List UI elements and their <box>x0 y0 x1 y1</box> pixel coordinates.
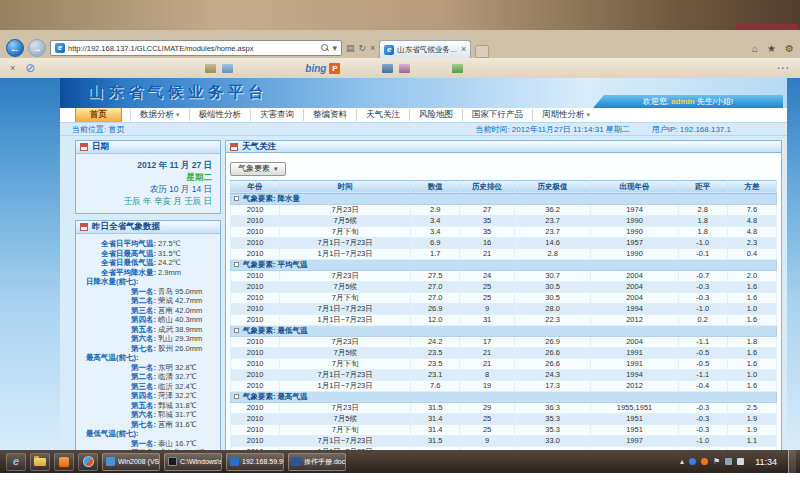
favorites-star-icon[interactable]: ★ <box>767 43 776 54</box>
page-header: 山东省气候业务平台 欢迎您, admin 先生/小姐! <box>60 78 787 108</box>
table-cell: 30.5 <box>514 292 590 303</box>
table-row[interactable]: 20107月1日~7月23日26.9928.01994-1.01.0 <box>231 303 777 314</box>
rocket-plugin-icon[interactable] <box>399 64 410 73</box>
collapse-checkbox[interactable] <box>234 394 239 399</box>
table-row[interactable]: 20107月5候27.02530.52004-0.31.6 <box>231 281 777 292</box>
new-tab-button[interactable] <box>475 45 489 58</box>
back-button[interactable]: ← <box>6 39 24 57</box>
nav-item[interactable]: 天气关注 <box>356 109 409 121</box>
table-cell: 1994 <box>591 369 678 380</box>
table-cell: 1951 <box>591 413 678 424</box>
table-group-row[interactable]: 气象要素: 最低气温 <box>231 325 777 336</box>
nav-item[interactable]: 风险地图 <box>409 109 462 121</box>
tray-orange-icon[interactable] <box>701 458 708 465</box>
collapse-checkbox[interactable] <box>234 196 239 201</box>
nav-item[interactable]: 整编资料 <box>303 109 356 121</box>
nav-item[interactable]: 灾害查询 <box>250 109 303 121</box>
table-row[interactable]: 20107月下旬3.43523.719901.84.8 <box>231 226 777 237</box>
address-input[interactable] <box>68 44 318 53</box>
weather-rank-line: 第四名:崂山 40.3mm <box>78 315 216 325</box>
toolbar-close-icon[interactable]: × <box>10 64 15 73</box>
table-cell: 33.0 <box>514 435 590 446</box>
table-row[interactable]: 20107月1日~7月23日6.91614.61957-1.02.3 <box>231 237 777 248</box>
table-row[interactable]: 20107月1日~7月23日31.5933.01997-1.01.1 <box>231 435 777 446</box>
bing-logo[interactable]: bing P <box>305 63 340 74</box>
table-row[interactable]: 20107月下旬31.42535.31951-0.31.9 <box>231 424 777 435</box>
taskbar-media-button[interactable] <box>78 453 98 471</box>
element-selector-button[interactable]: 气象要素 ▾ <box>230 162 286 176</box>
address-bar[interactable]: e ▾ <box>50 40 342 56</box>
chevron-down-icon[interactable]: ▾ <box>332 44 337 53</box>
table-cell: 7月23日 <box>280 270 411 281</box>
table-row[interactable]: 20107月5候31.42535.31951-0.31.9 <box>231 413 777 424</box>
table-row[interactable]: 20101月1日~7月23日12.03122.320120.21.6 <box>231 314 777 325</box>
mail-plugin-icon[interactable] <box>222 64 233 73</box>
table-cell: 23.7 <box>514 215 590 226</box>
taskbar-explorer-button[interactable] <box>30 453 50 471</box>
nav-item[interactable]: 数据分析▾ <box>130 109 189 121</box>
weather-line-label: 全省日最高气温: <box>78 249 156 259</box>
ie-favicon: e <box>55 43 65 53</box>
tools-gear-icon[interactable]: ⚙ <box>785 43 794 54</box>
taskbar-clock[interactable]: 11:34 <box>749 457 783 467</box>
user-ip-label: 用户IP: 192.168.137.1 <box>652 124 731 135</box>
table-row[interactable]: 20107月23日27.52430.72004-0.72.0 <box>231 270 777 281</box>
table-row[interactable]: 20107月5候23.52126.61991-0.51.6 <box>231 347 777 358</box>
table-cell: 1.8 <box>678 215 727 226</box>
lunar-date: 农历 10 月 14 日 <box>84 183 212 195</box>
more-options-icon[interactable]: ··· <box>777 63 790 74</box>
collapse-checkbox[interactable] <box>234 262 239 267</box>
table-group-row[interactable]: 气象要素: 降水量 <box>231 193 777 204</box>
table-group-row[interactable]: 气象要素: 平均气温 <box>231 259 777 270</box>
taskbar-window-button[interactable]: 操作手册.docx ... <box>288 453 346 471</box>
taskbar-window-button[interactable]: Win2008 (VS2... <box>102 453 160 471</box>
table-row[interactable]: 20107月下旬27.02530.52004-0.31.6 <box>231 292 777 303</box>
table-row[interactable]: 20107月23日2.92736.219742.87.6 <box>231 204 777 215</box>
table-cell: 2010 <box>231 237 280 248</box>
taskbar-window-button[interactable]: 192.168.59.99... <box>226 453 284 471</box>
browser-tab[interactable]: e 山东省气候业务平... × <box>379 40 471 58</box>
tab-close-icon[interactable]: × <box>461 45 466 54</box>
table-row[interactable]: 20107月5候3.43523.719901.84.8 <box>231 215 777 226</box>
home-icon[interactable]: ⌂ <box>752 43 758 54</box>
tray-expand-icon[interactable]: ▴ <box>680 457 684 466</box>
collapse-checkbox[interactable] <box>234 328 239 333</box>
nav-item[interactable]: 国家下行产品 <box>462 109 532 121</box>
browser-command-icons: ⌂ ★ ⚙ <box>752 43 794 54</box>
taskbar-app-button[interactable] <box>54 453 74 471</box>
camera-plugin-icon[interactable] <box>382 64 393 73</box>
nav-item[interactable]: 极端性分析 <box>189 109 251 121</box>
block-circle-icon[interactable]: ⊘ <box>25 61 35 75</box>
table-row[interactable]: 20101月1日~7月23日1.7212.81990-0.10.4 <box>231 248 777 259</box>
taskbar-window-label: Win2008 (VS2... <box>118 458 160 465</box>
tray-flag-icon[interactable]: ⚑ <box>713 457 720 466</box>
card-plugin-icon[interactable] <box>205 64 216 73</box>
nav-item[interactable]: 周期性分析▾ <box>532 109 599 121</box>
stop-icon[interactable]: × <box>370 44 375 53</box>
forward-button[interactable]: → <box>28 39 46 57</box>
table-group-row[interactable]: 气象要素: 最高气温 <box>231 391 777 402</box>
date-panel-body: 2012 年 11 月 27 日 星期二 农历 10 月 14 日 壬辰 年 辛… <box>76 154 220 213</box>
table-row[interactable]: 20107月1日~7月23日23.1824.31994-1.11.0 <box>231 369 777 380</box>
table-row[interactable]: 20101月1日~7月23日7.61917.32012-0.41.6 <box>231 380 777 391</box>
table-cell: -0.4 <box>678 380 727 391</box>
stems-branches-date: 壬辰 年 辛亥 月 壬辰 日 <box>84 195 212 207</box>
table-row[interactable]: 20107月23日24.21726.92004-1.11.8 <box>231 336 777 347</box>
table-cell: 4.8 <box>727 226 776 237</box>
taskbar-ie-button[interactable]: e <box>6 453 26 471</box>
refresh-icon[interactable]: ↻ <box>359 44 367 53</box>
show-desktop-button[interactable] <box>788 450 796 473</box>
table-row[interactable]: 20107月23日31.52936.31955,1951-0.32.5 <box>231 402 777 413</box>
page-icon[interactable]: ▤ <box>346 44 355 53</box>
speaker-icon[interactable] <box>737 458 744 465</box>
tab-favicon: e <box>384 45 394 55</box>
table-row[interactable]: 20107月下旬23.52126.61991-0.51.6 <box>231 358 777 369</box>
nav-item[interactable]: 首页 <box>75 107 122 123</box>
search-icon[interactable] <box>321 44 329 52</box>
table-cell: 1990 <box>591 248 678 259</box>
taskbar-window-button[interactable]: C:\Windows\s... <box>164 453 222 471</box>
network-icon[interactable] <box>725 458 732 465</box>
tray-blue-icon[interactable] <box>689 458 696 465</box>
puzzle-plugin-icon[interactable] <box>452 64 463 73</box>
weather-line-label: 第二名: <box>78 296 156 306</box>
